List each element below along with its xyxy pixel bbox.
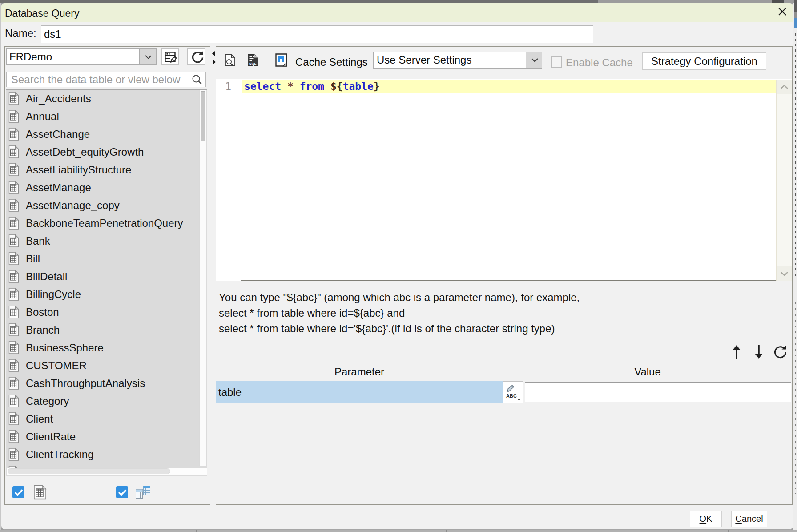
list-item[interactable]: Client	[6, 410, 199, 428]
table-icon	[8, 412, 19, 425]
connection-select-arrow[interactable]	[139, 49, 156, 64]
check-icon	[118, 489, 127, 496]
table-icon	[8, 217, 19, 230]
list-item[interactable]: AssetManage	[6, 179, 199, 197]
show-views-checkbox[interactable]	[116, 486, 128, 498]
table-icon	[8, 163, 19, 176]
list-item[interactable]: Category	[6, 392, 199, 410]
list-item[interactable]: Air_Accidents	[6, 90, 199, 108]
background-right-gray	[794, 12, 797, 18]
refresh-parameters-icon[interactable]	[773, 345, 787, 359]
refresh-tables-button[interactable]	[187, 48, 205, 65]
table-icon	[8, 377, 19, 390]
editor-vertical-scrollbar[interactable]	[776, 80, 792, 281]
line-number-gutter: 1	[216, 80, 241, 281]
list-item[interactable]: CUSTOMER	[6, 357, 199, 375]
list-item[interactable]: BusinessSphere	[6, 339, 199, 357]
list-item[interactable]: ClientTracking	[6, 446, 199, 463]
horizontal-scrollbar-thumb[interactable]	[8, 468, 170, 474]
dialog-title: Database Query	[5, 3, 79, 23]
list-item[interactable]: Bank	[6, 232, 199, 250]
table-icon	[8, 359, 19, 372]
help-line: You can type "${abc}" (among which abc i…	[219, 290, 788, 305]
parameter-value-input[interactable]	[525, 382, 791, 402]
titlebar[interactable]: Database Query	[1, 3, 793, 22]
table-name: AssetLiabilityStructure	[26, 161, 131, 179]
parameter-name-cell[interactable]: table	[216, 381, 503, 403]
scroll-down-button[interactable]	[777, 266, 792, 281]
enable-cache-checkbox[interactable]	[551, 56, 562, 68]
name-input[interactable]	[41, 25, 593, 43]
table-name: CashThroughputAnalysis	[26, 375, 145, 392]
list-item[interactable]: Bill	[6, 250, 199, 268]
list-item[interactable]: BackboneTeamPenetrationQuery	[6, 214, 199, 232]
connection-selected-value: FRDemo	[9, 49, 52, 64]
sql-editor[interactable]: 1 select * from ${table}	[216, 79, 792, 281]
table-name: Branch	[26, 321, 60, 339]
enable-cache-label: Enable Cache	[566, 56, 633, 69]
table-icon	[8, 306, 19, 318]
parameter-type-button[interactable]: ABC	[503, 381, 523, 403]
splitter-collapse-left-icon[interactable]	[212, 51, 215, 56]
move-parameter-down-icon[interactable]	[753, 344, 765, 360]
list-item[interactable]: AssetManage_copy	[6, 197, 199, 214]
move-parameter-up-icon[interactable]	[730, 344, 743, 360]
connection-select[interactable]: FRDemo	[6, 48, 157, 65]
parameter-help-text: You can type "${abc}" (among which abc i…	[219, 290, 788, 336]
data-table-list: Air_AccidentsAnnualAssetChangeAssetDebt_…	[6, 89, 207, 476]
list-item[interactable]: AssetDebt_equityGrowth	[6, 143, 199, 161]
show-tables-checkbox[interactable]	[12, 486, 24, 498]
table-name: ClientTracking	[26, 446, 94, 463]
ok-button[interactable]: OK	[690, 511, 722, 527]
connection-config-button[interactable]	[161, 48, 179, 65]
table-name: Client	[26, 410, 53, 428]
background-bottom-tick	[196, 530, 197, 532]
list-item[interactable]: BillDetail	[6, 268, 199, 286]
list-item[interactable]: Boston	[6, 303, 199, 321]
table-name: Bank	[26, 232, 50, 250]
table-name: Annual	[26, 108, 59, 125]
table-list-vertical-scrollbar[interactable]	[199, 90, 206, 466]
cache-settings-arrow[interactable]	[526, 52, 542, 68]
preview-query-icon[interactable]	[225, 54, 236, 66]
scroll-up-button[interactable]	[777, 80, 792, 94]
table-icon	[8, 110, 19, 123]
save-as-server-dataset-icon[interactable]	[275, 53, 287, 67]
list-item[interactable]: AssetChange	[6, 125, 199, 143]
table-icon	[8, 181, 19, 194]
list-item[interactable]: Branch	[6, 321, 199, 339]
cancel-button[interactable]: Cancel	[731, 511, 767, 527]
parameter-row[interactable]: table ABC	[216, 381, 792, 403]
refresh-icon	[191, 50, 204, 64]
strategy-configuration-button[interactable]: Strategy Configuration	[642, 52, 766, 70]
table-name: ClientTrackingDetail	[26, 463, 121, 468]
chevron-down-icon	[780, 271, 789, 276]
sql-file-icon[interactable]: SQL	[247, 54, 258, 66]
table-list-horizontal-scrollbar[interactable]	[7, 468, 207, 475]
table-name: AssetManage_copy	[26, 197, 120, 214]
list-item[interactable]: AssetLiabilityStructure	[6, 161, 199, 179]
vertical-scrollbar-thumb[interactable]	[201, 91, 205, 141]
chevron-up-icon	[780, 85, 789, 89]
help-line: select * from table where id='${abc}'.(i…	[219, 321, 788, 336]
background-bottom-tick	[446, 530, 447, 532]
table-icon	[8, 92, 19, 105]
table-icon	[8, 323, 19, 336]
svg-text:SQL: SQL	[249, 62, 257, 66]
list-filter-bar	[5, 476, 210, 504]
search-input[interactable]	[7, 72, 191, 87]
list-item[interactable]: ClientRate	[6, 428, 199, 446]
splitter-expand-right-icon[interactable]	[213, 59, 216, 65]
close-icon	[777, 7, 787, 16]
close-button[interactable]	[776, 5, 789, 18]
table-icon	[8, 199, 19, 212]
cache-settings-select[interactable]: Use Server Settings	[373, 52, 542, 69]
list-item[interactable]: ClientTrackingDetail	[6, 463, 199, 468]
search-icon[interactable]	[191, 74, 203, 85]
list-item[interactable]: BillingCycle	[6, 286, 199, 303]
string-type-icon: ABC	[506, 384, 522, 401]
sql-code-line[interactable]: select * from ${table}	[244, 80, 380, 93]
list-item[interactable]: CashThroughputAnalysis	[6, 375, 199, 392]
table-name: ClientRate	[26, 428, 76, 446]
list-item[interactable]: Annual	[6, 108, 199, 125]
